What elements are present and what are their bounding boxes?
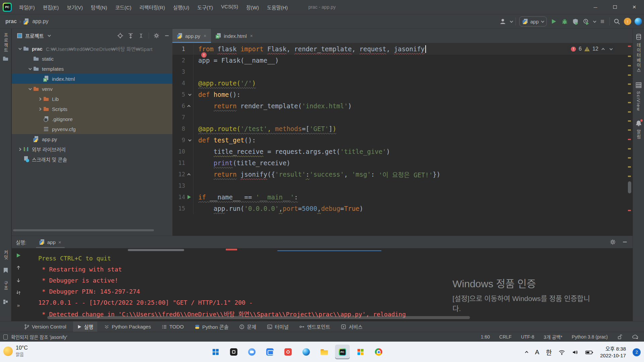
update-available-icon[interactable]: ↑ bbox=[624, 18, 631, 25]
profiler-button[interactable] bbox=[582, 18, 590, 25]
collapse-all-icon[interactable] bbox=[138, 33, 144, 39]
tool-window-button-서비스[interactable]: 서비스 bbox=[337, 321, 366, 332]
menubar-item[interactable]: 리팩터링(R) bbox=[136, 2, 168, 12]
menubar-item[interactable]: 도움말(H) bbox=[264, 2, 291, 12]
more-actions-icon[interactable]: » bbox=[15, 302, 22, 308]
tool-strip-구조[interactable]: 구조 bbox=[3, 281, 9, 291]
taskbar-icon-pycharm[interactable] bbox=[335, 345, 350, 359]
tree-item-venv[interactable]: venv bbox=[12, 84, 172, 94]
taskbar-icon-mail[interactable] bbox=[263, 345, 277, 359]
tool-window-button-Version Control[interactable]: Version Control bbox=[20, 321, 70, 332]
menubar-item[interactable]: 편집(E) bbox=[40, 2, 62, 12]
code-with-me-icon[interactable] bbox=[635, 18, 642, 25]
taskbar-clock[interactable]: 오후 8:38 2022-10-17 bbox=[600, 346, 626, 359]
tree-chevron-icon[interactable] bbox=[36, 98, 43, 100]
project-settings-gear-icon[interactable] bbox=[154, 33, 159, 39]
close-run-tab-icon[interactable]: × bbox=[58, 239, 61, 245]
next-problem-icon[interactable] bbox=[609, 47, 613, 50]
editor-scrollbar-thumb[interactable] bbox=[628, 181, 631, 193]
tool-window-button-엔드포인트[interactable]: 엔드포인트 bbox=[295, 321, 334, 332]
menubar-item[interactable]: 실행(U) bbox=[170, 2, 193, 12]
run-configuration-select[interactable]: app bbox=[519, 16, 547, 26]
menubar-item[interactable]: 보기(V) bbox=[63, 2, 86, 12]
tree-chevron-icon[interactable] bbox=[26, 68, 33, 70]
tool-window-button-TODO[interactable]: TODO bbox=[158, 321, 188, 332]
tree-item-static[interactable]: static bbox=[12, 54, 172, 64]
tool-window-button-Python Packages[interactable]: Python Packages bbox=[100, 321, 155, 332]
bookmark-icon[interactable] bbox=[3, 267, 9, 274]
tab-index.html[interactable]: index.html× bbox=[211, 29, 258, 43]
tool-window-button-문제[interactable]: 문제 bbox=[235, 321, 260, 332]
gutter-marker[interactable] bbox=[185, 195, 193, 199]
ime-latin-indicator[interactable]: A bbox=[535, 349, 539, 356]
taskbar-icon-edge[interactable] bbox=[299, 345, 314, 359]
prev-problem-icon[interactable] bbox=[601, 48, 605, 51]
run-button[interactable] bbox=[550, 18, 557, 25]
menubar-item[interactable]: 탐색(N) bbox=[88, 2, 110, 12]
user-account-icon[interactable] bbox=[499, 18, 506, 25]
menubar-item[interactable]: 창(W) bbox=[243, 2, 262, 12]
close-button[interactable]: × bbox=[625, 0, 644, 14]
tool-strip-데이터베이스[interactable]: 데이터베이스 bbox=[635, 34, 642, 73]
run-tab-app[interactable]: app × bbox=[36, 236, 65, 248]
status-widget[interactable]: UTF-8 bbox=[521, 334, 534, 340]
project-horizontal-scrollbar[interactable] bbox=[13, 229, 154, 231]
unlocked-padlock-icon[interactable] bbox=[617, 334, 623, 340]
tree-item-index.html[interactable]: index.html bbox=[12, 74, 172, 84]
tree-item-prac[interactable]: pracC:₩Users₩fred6₩OneDrive₩바탕 화면₩Spart bbox=[12, 44, 172, 54]
tree-chevron-icon[interactable] bbox=[36, 108, 43, 110]
run-line-icon[interactable] bbox=[187, 195, 191, 199]
taskbar-icon-start[interactable] bbox=[208, 345, 223, 359]
up-stack-trace-icon[interactable] bbox=[15, 264, 22, 271]
taskbar-icon-chrome[interactable] bbox=[371, 345, 386, 359]
tree-item-.gitignore[interactable]: .gitignore bbox=[12, 114, 172, 124]
rerun-button[interactable] bbox=[15, 252, 22, 259]
tree-item-pyvenv.cfg[interactable]: pyvenv.cfg bbox=[12, 124, 172, 134]
project-view-dropdown-icon[interactable] bbox=[48, 34, 51, 37]
fold-marker-icon[interactable] bbox=[187, 173, 191, 176]
sort-console-icon[interactable] bbox=[15, 289, 22, 296]
blocks-icon[interactable] bbox=[3, 298, 9, 304]
user-dropdown-icon[interactable] bbox=[510, 19, 513, 23]
console-horizontal-scrollbar[interactable] bbox=[47, 316, 470, 319]
tool-window-button-터미널[interactable]: 터미널 bbox=[263, 321, 292, 332]
profiler-dropdown-icon[interactable] bbox=[593, 19, 596, 23]
tree-item-스크래치 및 콘솔[interactable]: 스크래치 및 콘솔 bbox=[12, 154, 172, 164]
tool-strip-project[interactable]: 프로젝트 bbox=[0, 33, 11, 62]
tree-item-app.py[interactable]: app.py bbox=[12, 134, 172, 144]
editor[interactable]: app.py×index.html× 1from flask import Fl… bbox=[172, 29, 633, 236]
status-widget[interactable]: CRLF bbox=[499, 334, 512, 340]
status-widget[interactable]: 3개 공백* bbox=[544, 334, 562, 340]
tool-strip-SciView[interactable]: SciView bbox=[635, 82, 642, 111]
tree-item-templates[interactable]: templates bbox=[12, 64, 172, 74]
taskbar-icon-microsoft[interactable] bbox=[353, 345, 368, 359]
search-everywhere-icon[interactable] bbox=[613, 18, 621, 25]
project-panel-title[interactable]: 프로젝트 bbox=[25, 32, 44, 39]
console-hyperlink-underline[interactable] bbox=[277, 250, 381, 251]
menubar-item[interactable]: 도구(T) bbox=[194, 2, 216, 12]
tool-window-button-Python 콘솔[interactable]: Python 콘솔 bbox=[191, 321, 232, 332]
taskbar-weather[interactable]: 10°C 맑음 bbox=[3, 345, 28, 357]
tree-item-Lib[interactable]: Lib bbox=[12, 94, 172, 104]
inspections-widget[interactable]: ! 6 ! 12 bbox=[568, 45, 615, 53]
taskbar-icon-explorer[interactable] bbox=[317, 345, 332, 359]
minimize-button[interactable]: ─ bbox=[586, 0, 605, 14]
status-widget[interactable]: 1:60 bbox=[481, 334, 490, 340]
notification-badge[interactable]: 2 bbox=[633, 348, 641, 356]
fold-marker-icon[interactable] bbox=[188, 93, 191, 96]
tool-strip-커밋[interactable]: 커밋 bbox=[3, 250, 9, 260]
menubar-item[interactable]: VCS(S) bbox=[218, 2, 241, 12]
tree-chevron-icon[interactable] bbox=[16, 48, 23, 50]
tool-window-button-실행[interactable]: 실행 bbox=[73, 321, 98, 332]
battery-icon[interactable] bbox=[585, 349, 593, 356]
breadcrumb-file[interactable]: app.py bbox=[32, 18, 48, 24]
tab-close-icon[interactable]: × bbox=[250, 33, 253, 39]
tree-chevron-icon[interactable] bbox=[16, 148, 23, 150]
code-area[interactable]: 1from flask import Flask, render_templat… bbox=[172, 43, 633, 236]
taskbar-icon-chat[interactable] bbox=[245, 345, 259, 359]
tree-item-외부 라이브러리[interactable]: 외부 라이브러리 bbox=[12, 144, 172, 154]
fold-marker-icon[interactable] bbox=[188, 138, 191, 141]
tab-app.py[interactable]: app.py× bbox=[172, 29, 211, 43]
tab-close-icon[interactable]: × bbox=[204, 33, 206, 39]
tree-item-Scripts[interactable]: Scripts bbox=[12, 104, 172, 114]
